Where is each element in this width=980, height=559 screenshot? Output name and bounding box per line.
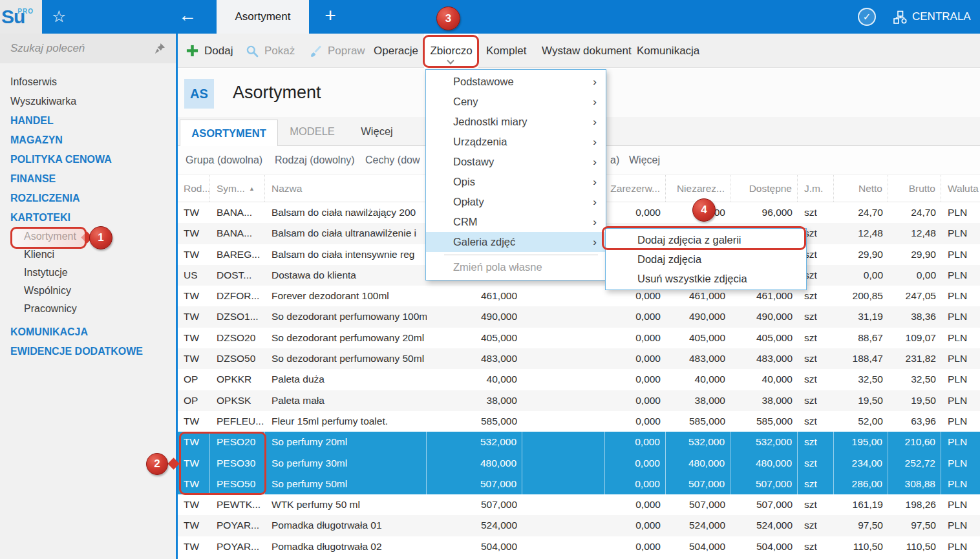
cell: 0,000 (605, 390, 666, 411)
toolbar-button-wystaw-dokument[interactable]: Wystaw dokument (542, 34, 632, 68)
menu-item-ceny[interactable]: Ceny› (426, 92, 606, 112)
column-header-label: Rod... (184, 183, 210, 194)
table-row-17[interactable]: TWPOYAR...Pomadka długotrwała 02504,0000… (177, 536, 980, 557)
sidebar-item-wspólnicy[interactable]: Wspólnicy (0, 282, 176, 300)
new-tab-button[interactable]: + (320, 0, 341, 34)
table-row-6[interactable]: TWDZSO1...So dezodorant perfumowany 100m… (177, 306, 980, 327)
table-row-12[interactable]: TWPESO20So perfumy 20ml532,0000,000532,0… (177, 432, 980, 452)
table-row-14[interactable]: TWPESO50So perfumy 50ml507,0000,000507,0… (177, 474, 980, 494)
cell: 40,000 (730, 369, 798, 390)
toolbar-button-komplet[interactable]: Komplet (486, 34, 526, 68)
view-tab-modele[interactable]: MODELE (282, 117, 342, 146)
table-row-15[interactable]: TWPEWTK...WTK perfumy 50 ml507,0000,0005… (177, 494, 980, 515)
sidebar-item-rozliczenia[interactable]: ROZLICZENIA (0, 189, 176, 208)
favorites-star-icon[interactable]: ☆ (52, 0, 66, 34)
view-tab-więcej[interactable]: Więcej (354, 117, 399, 146)
column-header-netto[interactable]: Netto (834, 175, 888, 203)
sidebar-item-kartoteki[interactable]: KARTOTEKI (0, 208, 176, 227)
sync-status-icon[interactable]: ✓ (858, 8, 876, 26)
column-header-label: Niezarez... (677, 183, 725, 194)
app-logo[interactable]: SuPRO (0, 0, 42, 34)
toolbar-button-pokaż[interactable]: Pokaż (246, 34, 295, 68)
column-header-niezarez[interactable]: Niezarez... (666, 175, 730, 203)
back-arrow-icon[interactable]: ← (178, 0, 197, 34)
menu-item-opłaty[interactable]: Opłaty› (426, 192, 606, 212)
sidebar-item-asortyment[interactable]: Asortyment (0, 227, 176, 246)
table-row-10[interactable]: OPOPKSKPaleta mała38,0000,00038,00038,00… (177, 390, 980, 411)
menu-item-crm[interactable]: CRM› (426, 212, 606, 232)
cell: 507,000 (666, 494, 730, 515)
cell: DOST... (210, 265, 265, 286)
sidebar-item-wyszukiwarka[interactable]: Wyszukiwarka (0, 92, 176, 111)
cell: PLN (941, 306, 980, 327)
cell: 0,000 (605, 369, 666, 390)
cell: DZSO1... (210, 306, 265, 327)
sidebar-item-handel[interactable]: HANDEL (0, 111, 176, 131)
cell: 532,000 (666, 432, 730, 452)
cell: szt (798, 474, 834, 494)
sidebar-item-instytucje[interactable]: Instytucje (0, 264, 176, 282)
cell: Balsam do ciała ultranawilżenie i (265, 223, 427, 244)
column-header-dostępne[interactable]: Dostępne (730, 175, 798, 203)
cell: 0,000 (605, 328, 666, 348)
column-header-brutto[interactable]: Brutto (888, 175, 941, 203)
sidebar-item-magazyn[interactable]: MAGAZYN (0, 131, 176, 150)
pin-icon[interactable] (154, 43, 165, 54)
toolbar-button-zbiorczo[interactable]: Zbiorczo (424, 34, 478, 68)
sidebar-item-ewidencje-dodatkowe[interactable]: EWIDENCJE DODATKOWE (0, 342, 176, 361)
sidebar-item-pracownicy[interactable]: Pracownicy (0, 300, 176, 318)
cell: 88,67 (834, 328, 888, 348)
column-header-nazwa[interactable]: Nazwa (265, 175, 427, 203)
filter-fragment[interactable]: a) (610, 146, 619, 174)
toolbar-button-dodaj[interactable]: Dodaj (186, 34, 233, 68)
column-header-waluta[interactable]: Waluta (941, 175, 980, 203)
toolbar-button-komunikacja[interactable]: Komunikacja (637, 34, 699, 68)
menu-separator (444, 255, 598, 255)
cell: BANA... (210, 202, 265, 223)
filter-rodzaj-dowolny[interactable]: Rodzaj (dowolny) (275, 146, 355, 174)
cell: szt (798, 348, 834, 369)
submenu-item-dodaj-zdjęcia-z-galerii[interactable]: Dodaj zdjęcia z galerii (606, 230, 806, 249)
sidebar-item-klienci[interactable]: Klienci (0, 246, 176, 264)
table-row-5[interactable]: TWDZFOR...Forever dezodorant 100ml461,00… (177, 286, 980, 306)
table-row-7[interactable]: TWDZSO20So dezodorant perfumowany 20ml40… (177, 328, 980, 348)
menu-item-galeria-zdjęć[interactable]: Galeria zdjęć› (426, 232, 606, 252)
cell: 524,000 (730, 515, 798, 536)
table-row-16[interactable]: TWPOYAR...Pomadka długotrwała 01524,0000… (177, 515, 980, 536)
sidebar-item-infoserwis[interactable]: Infoserwis (0, 72, 176, 92)
submenu-item-dodaj-zdjęcia[interactable]: Dodaj zdjęcia (606, 249, 806, 269)
menu-item-jednostki-miary[interactable]: Jednostki miary› (426, 112, 606, 132)
toolbar-button-operacje[interactable]: Operacje (374, 34, 418, 68)
column-header-j-m[interactable]: J.m. (798, 175, 834, 203)
window-tab-asortyment[interactable]: Asortyment (217, 0, 309, 34)
sidebar-item-finanse[interactable]: FINANSE (0, 169, 176, 189)
sidebar-item-polityka-cenowa[interactable]: POLITYKA CENOWA (0, 150, 176, 169)
filter-cechy-dow[interactable]: Cechy (dow (365, 146, 420, 174)
menu-item-podstawowe[interactable]: Podstawowe› (426, 72, 606, 92)
cell: PLN (941, 223, 980, 244)
table-row-9[interactable]: OPOPKKRPaleta duża40,0000,00040,00040,00… (177, 369, 980, 390)
column-header-sym[interactable]: Sym...▲ (210, 175, 265, 203)
table-row-13[interactable]: TWPESO30So perfumy 30ml480,0000,000480,0… (177, 453, 980, 474)
menu-item-opis[interactable]: Opis› (426, 172, 606, 192)
cell: szt (798, 202, 834, 223)
table-row-8[interactable]: TWDZSO50So dezodorant perfumowany 50ml48… (177, 348, 980, 369)
command-search-input[interactable]: Szukaj poleceń (0, 34, 176, 63)
filter-grupa-dowolna[interactable]: Grupa (dowolna) (186, 146, 262, 174)
cell: 161,19 (834, 494, 888, 515)
cell: 247,05 (888, 286, 941, 306)
filter-more[interactable]: Więcej (629, 146, 660, 174)
column-header-rod[interactable]: Rod... (177, 175, 210, 203)
sidebar-item-komunikacja[interactable]: KOMUNIKACJA (0, 322, 176, 342)
cell (522, 432, 605, 452)
submenu-arrow-icon: › (593, 72, 597, 92)
submenu-item-usuń-wszystkie-zdjęcia[interactable]: Usuń wszystkie zdjęcia (606, 269, 806, 288)
table-row-11[interactable]: TWPEFLEU...Fleur 15ml perfumy toalet.585… (177, 411, 980, 432)
toolbar-button-popraw[interactable]: Popraw (309, 34, 365, 68)
menu-item-dostawy[interactable]: Dostawy› (426, 152, 606, 172)
menu-item-urządzenia[interactable]: Urządzenia› (426, 132, 606, 152)
sort-ascending-icon: ▲ (249, 185, 255, 192)
view-tab-asortyment[interactable]: ASORTYMENT (180, 120, 278, 147)
branch-selector[interactable]: CENTRALA (893, 0, 971, 34)
column-header-zarezerw[interactable]: Zarezerw... (605, 175, 666, 203)
